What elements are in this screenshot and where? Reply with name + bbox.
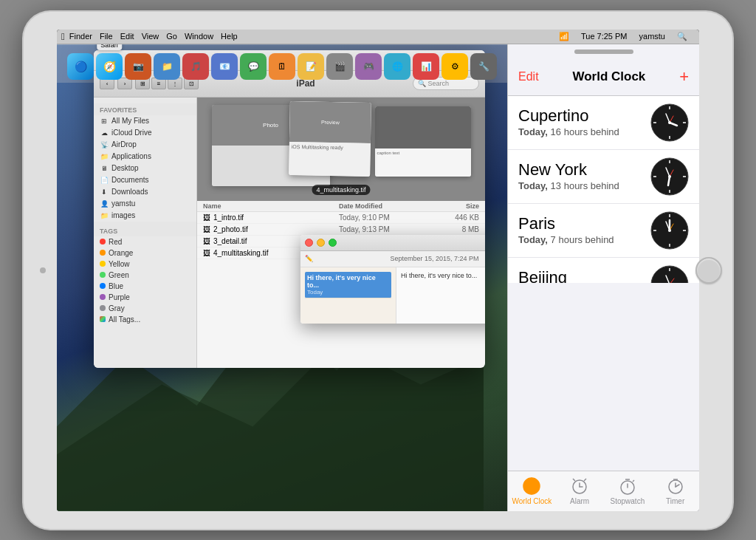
dock-item-10[interactable]: 🎬 <box>326 53 353 80</box>
dock-item-14[interactable]: ⚙ <box>441 53 468 80</box>
sidebar-item-desktop[interactable]: 🖥 Desktop <box>94 163 196 174</box>
tag-gray-dot <box>100 305 106 311</box>
tag-yellow[interactable]: Yellow <box>94 259 196 270</box>
tab-world-clock[interactable]: World Clock <box>509 476 554 505</box>
sidebar-label: yamstu <box>111 199 135 208</box>
note-date: Today <box>307 289 389 295</box>
dock-item-13[interactable]: 📊 <box>413 53 439 80</box>
dock-item-finder[interactable]: 🔵 <box>67 53 94 80</box>
notes-item[interactable]: Hi there, it's very nice to... Today <box>305 272 391 298</box>
menu-finder[interactable]: Finder <box>69 32 92 41</box>
menu-go[interactable]: Go <box>166 32 177 41</box>
ios-status-bar <box>508 44 699 59</box>
sidebar-item-yamstu[interactable]: 👤 yamstu <box>94 198 196 210</box>
tag-orange[interactable]: Orange <box>94 247 196 259</box>
tag-blue[interactable]: Blue <box>94 281 196 292</box>
notes-maximize[interactable] <box>329 239 337 247</box>
sidebar-item-documents[interactable]: 📄 Documents <box>94 174 196 186</box>
sidebar-item-images[interactable]: 📁 images <box>94 210 196 222</box>
ios-tabbar: World Clock <box>508 471 699 511</box>
dock-item-11[interactable]: 🎮 <box>355 53 382 80</box>
notes-window: ✏️ September 15, 2015, 7:24 PM ⬆ Hi ther… <box>300 235 485 324</box>
ios-title: World Clock <box>539 69 680 84</box>
sidebar-item-downloads[interactable]: ⬇ Downloads <box>94 186 196 198</box>
tag-red[interactable]: Red <box>94 236 196 247</box>
dock-item-8[interactable]: 🗓 <box>269 53 295 80</box>
tag-label: Blue <box>109 282 123 290</box>
dock-item-3[interactable]: 📷 <box>125 53 151 80</box>
dock-item-4[interactable]: 📁 <box>154 53 180 80</box>
menu-help[interactable]: Help <box>221 32 238 41</box>
clock-city: Paris <box>518 215 650 233</box>
all-my-files-icon: ⊞ <box>100 117 109 126</box>
ios-edit-button[interactable]: Edit <box>518 70 539 83</box>
analog-clock-paris <box>650 211 689 250</box>
ios-clock-list: Cupertino Today, 16 hours behind <box>508 96 699 284</box>
preview-badge: 4_multitasking.tif <box>312 185 370 195</box>
clock-item-paris: Paris Today, 7 hours behind <box>508 204 699 258</box>
main-content: ‹ › ⊞ ≡ ⋮ ⊡ iPad 🔍 Search <box>57 44 699 511</box>
sidebar-item-applications[interactable]: 📁 Applications <box>94 151 196 163</box>
preview-card-3: caption text <box>375 106 471 177</box>
sidebar-label: Downloads <box>111 188 148 196</box>
timer-icon <box>666 476 685 496</box>
file-row[interactable]: 🖼 2_photo.tif Today, 9:13 PM 8 MB <box>197 224 485 236</box>
tag-red-dot <box>100 239 106 245</box>
sidebar-item-airdrop[interactable]: 📡 AirDrop <box>94 139 196 151</box>
dock-item-6[interactable]: 📧 <box>211 53 238 80</box>
ios-header: Edit World Clock + <box>508 59 699 96</box>
file-icon: 🖼 <box>203 213 210 222</box>
tag-orange-dot <box>100 250 106 256</box>
file-icon: 🖼 <box>203 249 210 257</box>
file-icon: 🖼 <box>203 237 210 245</box>
clock-city: New York <box>518 161 650 179</box>
svg-line-59 <box>633 480 634 482</box>
notes-close[interactable] <box>305 239 313 247</box>
tag-green[interactable]: Green <box>94 270 196 281</box>
dock-item-12[interactable]: 🌐 <box>384 53 410 80</box>
notes-minimize[interactable] <box>317 239 325 247</box>
analog-clock-cupertino <box>650 103 689 142</box>
dock-item-safari[interactable]: 🧭 Safari <box>96 53 123 80</box>
analog-clock-newyork <box>650 157 689 196</box>
menu-window[interactable]: Window <box>185 32 213 41</box>
yamstu-icon: 👤 <box>100 199 109 208</box>
dock-item-15[interactable]: 🔧 <box>470 53 497 80</box>
mac-menubar:  Finder File Edit View Go Window Help 📶… <box>57 30 699 44</box>
ipad-home-button[interactable] <box>695 257 722 284</box>
tag-gray[interactable]: Gray <box>94 303 196 314</box>
sidebar-item-all-my-files[interactable]: ⊞ All My Files <box>94 115 196 127</box>
ios-notch <box>574 49 633 54</box>
file-size: 446 KB <box>435 213 479 222</box>
menubar-search-icon[interactable]: 🔍 <box>677 32 687 41</box>
apple-menu[interactable]:  <box>61 31 65 42</box>
ios-add-button[interactable]: + <box>679 69 689 85</box>
menu-file[interactable]: File <box>100 32 113 41</box>
dock-item-5[interactable]: 🎵 <box>182 53 209 80</box>
ios-empty-area <box>508 283 699 471</box>
tag-purple[interactable]: Purple <box>94 292 196 303</box>
tag-purple-dot <box>100 294 106 300</box>
tag-blue-dot <box>100 283 106 289</box>
tag-all-tags[interactable]: All Tags... <box>94 314 196 325</box>
menu-edit[interactable]: Edit <box>120 32 134 41</box>
sidebar-label: Documents <box>111 176 149 184</box>
preview-card-2: Preview iOS Multitasking ready <box>289 101 371 177</box>
safari-tooltip: Safari <box>97 44 122 50</box>
tab-stopwatch[interactable]: Stopwatch <box>605 476 650 505</box>
menu-view[interactable]: View <box>142 32 159 41</box>
sidebar-item-icloud[interactable]: ☁ iCloud Drive <box>94 127 196 139</box>
file-date: Today, 9:10 PM <box>339 213 435 222</box>
notes-toolbar-icon[interactable]: ✏️ <box>305 255 313 262</box>
tab-alarm[interactable]: Alarm <box>557 476 602 505</box>
ipad-screen:  Finder File Edit View Go Window Help 📶… <box>57 30 699 511</box>
tag-all-dot <box>100 316 106 322</box>
tag-label: Green <box>109 271 129 279</box>
dock-item-9[interactable]: 📝 <box>298 53 324 80</box>
downloads-icon: ⬇ <box>100 188 109 196</box>
clock-city: Cupertino <box>518 107 650 125</box>
file-row[interactable]: 🖼 1_intro.tif Today, 9:10 PM 446 KB <box>197 212 485 224</box>
dock-item-7[interactable]: 💬 <box>240 53 267 80</box>
tab-timer[interactable]: Timer <box>653 476 698 505</box>
tab-label: World Clock <box>512 497 552 505</box>
